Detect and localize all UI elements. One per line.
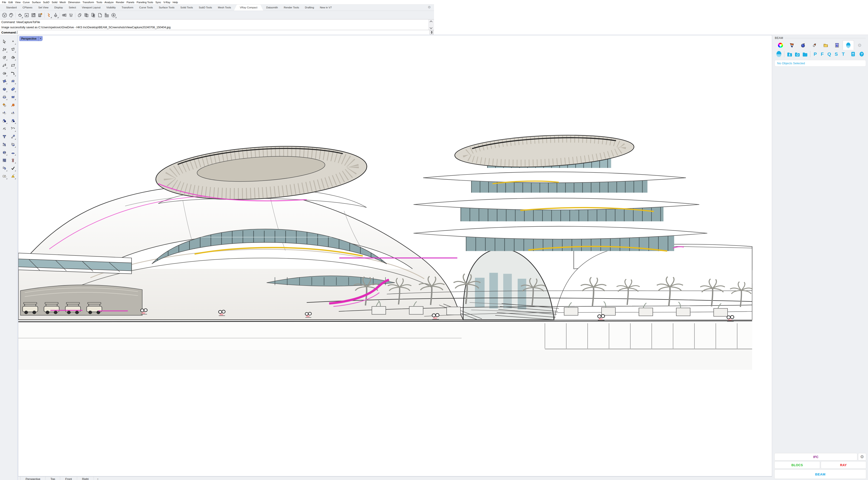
interactive-render-icon[interactable]: [45, 12, 52, 18]
tab-render-tools[interactable]: Render Tools: [281, 4, 302, 11]
box-icon[interactable]: [1, 86, 7, 92]
grid-icon[interactable]: [103, 12, 110, 18]
chevron-down-icon[interactable]: ▼: [38, 36, 42, 41]
spinner-down-icon[interactable]: [431, 33, 433, 34]
tab-viewport-layout[interactable]: Viewport Layout: [79, 4, 103, 11]
array-icon[interactable]: [1, 157, 7, 163]
batch-render-icon[interactable]: [90, 12, 96, 18]
solid-tools-icon[interactable]: [1, 149, 7, 156]
frame-buffer-icon[interactable]: [30, 12, 37, 18]
menu-paneling-tools[interactable]: Paneling Tools: [135, 1, 154, 4]
command-prompt[interactable]: Command:: [0, 30, 434, 35]
polygon-icon[interactable]: [1, 70, 7, 77]
displacement-icon[interactable]: [52, 12, 59, 18]
curvature-icon[interactable]: [1, 126, 7, 132]
page-icon[interactable]: [97, 12, 103, 18]
menu-file[interactable]: File: [1, 1, 7, 4]
command-history-scrollbar[interactable]: [428, 20, 434, 30]
tab-drafting[interactable]: Drafting: [302, 4, 317, 11]
menu-subd[interactable]: SubD: [42, 1, 51, 4]
tab-visibility[interactable]: Visibility: [103, 4, 119, 11]
fillet-icon[interactable]: [10, 70, 16, 77]
extend-icon[interactable]: [10, 126, 16, 132]
copy-icon[interactable]: [1, 142, 7, 148]
tab-cplanes[interactable]: CPlanes: [20, 4, 35, 11]
menu-transform[interactable]: Transform: [82, 1, 95, 4]
patch-icon[interactable]: [10, 94, 16, 100]
tab-datasmith[interactable]: Datasmith: [263, 4, 281, 11]
boolean-union-icon[interactable]: [1, 118, 7, 124]
menu-solid[interactable]: Solid: [51, 1, 58, 4]
tab-vray-compact[interactable]: VRay Compact: [234, 4, 263, 11]
render-region-icon[interactable]: [110, 12, 117, 18]
menu-panels[interactable]: Panels: [125, 1, 135, 4]
menu-help[interactable]: Help: [172, 1, 179, 4]
text-icon[interactable]: [1, 133, 7, 140]
pyramid-icon[interactable]: [10, 173, 16, 179]
command-history[interactable]: Command: ViewCaptureToFile Image success…: [0, 19, 434, 30]
tab-set-view[interactable]: Set View: [35, 4, 51, 11]
tab-subd-tools[interactable]: SubD Tools: [196, 4, 215, 11]
menu-analyze[interactable]: Analyze: [103, 1, 115, 4]
scroll-up-icon[interactable]: [430, 20, 433, 22]
lighting-icon[interactable]: [37, 12, 43, 18]
plugin-icon[interactable]: [1, 102, 7, 108]
sphere-icon[interactable]: [10, 86, 16, 92]
tab-curve-tools[interactable]: Curve Tools: [136, 4, 156, 11]
rectangle-icon[interactable]: [10, 62, 16, 68]
surface-icon[interactable]: [1, 78, 7, 84]
spinner-up-icon[interactable]: [431, 31, 433, 32]
viewport-title-dropdown[interactable]: Perspective ▼: [20, 36, 42, 41]
point-icon[interactable]: [10, 38, 16, 45]
menu-view[interactable]: View: [14, 1, 22, 4]
cone-icon[interactable]: [1, 173, 7, 179]
tab-select[interactable]: Select: [66, 4, 79, 11]
circle-icon[interactable]: [1, 54, 7, 61]
clipper-icon[interactable]: [76, 12, 83, 18]
menu-vray[interactable]: V-Ray: [162, 1, 172, 4]
tab-transform[interactable]: Transform: [119, 4, 136, 11]
tab-standard[interactable]: Standard: [3, 4, 20, 11]
blend-icon[interactable]: [1, 165, 7, 172]
check-icon[interactable]: [10, 165, 16, 172]
tab-solid-tools[interactable]: Solid Tools: [178, 4, 196, 11]
menu-mesh[interactable]: Mesh: [58, 1, 67, 4]
explode-icon[interactable]: [10, 102, 16, 108]
polyline-icon[interactable]: [1, 47, 7, 53]
menu-surface[interactable]: Surface: [31, 1, 42, 4]
split-icon[interactable]: [10, 110, 16, 116]
select-icon[interactable]: [1, 38, 7, 45]
arc-icon[interactable]: [1, 62, 7, 68]
fur-icon[interactable]: [68, 12, 74, 18]
trim-icon[interactable]: [1, 110, 7, 116]
menu-render[interactable]: Render: [115, 1, 125, 4]
tab-surface-tools[interactable]: Surface Tools: [156, 4, 177, 11]
surface-curve-icon[interactable]: [10, 78, 16, 84]
menu-dimension[interactable]: Dimension: [67, 1, 81, 4]
render-icon[interactable]: [17, 12, 23, 18]
mesh-light-icon[interactable]: [83, 12, 90, 18]
camera-icon[interactable]: [61, 12, 67, 18]
tab-new-in-v7[interactable]: New in V7: [317, 4, 335, 11]
perspective-viewport[interactable]: Perspective ▼: [18, 35, 434, 240]
rotate-icon[interactable]: [10, 142, 16, 148]
align-icon[interactable]: [10, 157, 16, 163]
ellipse-icon[interactable]: [10, 54, 16, 61]
cylinder-icon[interactable]: [1, 94, 7, 100]
tab-options-gear-icon[interactable]: ⚙: [428, 5, 431, 9]
viewport-3d-model[interactable]: [18, 35, 434, 240]
curve-icon[interactable]: [10, 47, 16, 53]
asset-editor-icon[interactable]: [8, 12, 14, 18]
tab-mesh-tools[interactable]: Mesh Tools: [215, 4, 234, 11]
boolean-difference-icon[interactable]: [10, 118, 16, 124]
menu-sync[interactable]: Sync: [154, 1, 162, 4]
scroll-down-icon[interactable]: [430, 27, 433, 29]
menu-curve[interactable]: Curve: [22, 1, 31, 4]
scale-icon[interactable]: [10, 133, 16, 140]
vray-logo-icon[interactable]: [1, 12, 8, 18]
menu-edit[interactable]: Edit: [7, 1, 14, 4]
menu-tools[interactable]: Tools: [95, 1, 103, 4]
tab-display[interactable]: Display: [51, 4, 66, 11]
command-spinner[interactable]: [430, 30, 434, 34]
render-window-icon[interactable]: [23, 12, 30, 18]
